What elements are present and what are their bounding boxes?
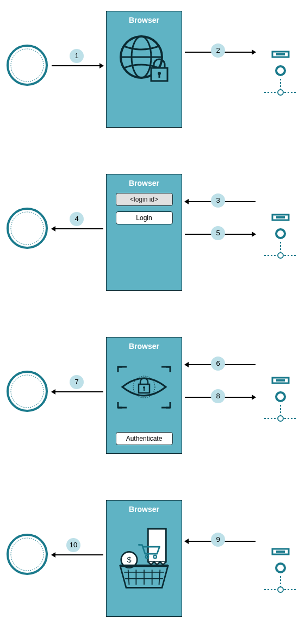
svg-point-41	[146, 555, 149, 559]
user-icon	[5, 43, 49, 87]
svg-rect-31	[276, 379, 285, 382]
browser-panel-3: Browser Authenticate	[106, 337, 182, 454]
arrow-user-to-browser	[52, 65, 103, 66]
svg-point-56	[278, 587, 283, 592]
browser-panel-1: Browser	[106, 11, 182, 128]
globe-lock-icon	[114, 30, 174, 90]
browser-panel-2: Browser <login id> Login	[106, 174, 182, 291]
svg-point-24	[8, 372, 47, 411]
authenticate-button[interactable]: Authenticate	[116, 432, 173, 445]
svg-point-25	[11, 375, 43, 408]
svg-point-34	[278, 416, 283, 421]
step-badge-10: 10	[66, 538, 80, 552]
arrow-browser-to-user	[52, 228, 103, 229]
step-badge-4: 4	[70, 212, 84, 226]
arrow-browser-to-user	[52, 391, 103, 392]
browser-title: Browser	[107, 179, 182, 187]
arrow-browser-to-user	[52, 554, 103, 555]
browser-title: Browser	[107, 16, 182, 24]
svg-point-38	[11, 538, 43, 571]
step-badge-3: 3	[211, 193, 225, 208]
browser-title: Browser	[107, 342, 182, 351]
browser-title: Browser	[107, 505, 182, 514]
svg-point-32	[276, 392, 285, 401]
eye-lock-icon	[114, 356, 174, 427]
svg-point-0	[8, 46, 47, 85]
shopping-basket-icon: $	[114, 519, 174, 601]
step-badge-1: 1	[70, 49, 84, 63]
step-badge-7: 7	[70, 375, 84, 389]
svg-text:$: $	[127, 556, 131, 565]
user-icon	[5, 533, 49, 576]
step-badge-9: 9	[211, 533, 225, 547]
svg-point-10	[276, 66, 285, 75]
browser-panel-4: Browser $	[106, 500, 182, 617]
svg-point-37	[8, 535, 47, 574]
svg-point-15	[8, 209, 47, 248]
svg-point-19	[276, 229, 285, 238]
svg-rect-53	[276, 551, 285, 553]
login-button[interactable]: Login	[116, 211, 173, 224]
svg-point-54	[276, 564, 285, 572]
user-icon	[5, 207, 49, 250]
step-badge-5: 5	[211, 226, 225, 240]
svg-point-12	[278, 90, 283, 95]
svg-point-16	[11, 212, 43, 245]
svg-point-21	[278, 253, 283, 258]
svg-rect-9	[276, 53, 285, 55]
server-icon	[262, 212, 300, 272]
server-icon	[262, 49, 300, 109]
server-icon	[262, 375, 300, 435]
svg-rect-18	[276, 216, 285, 218]
step-badge-2: 2	[211, 43, 225, 58]
login-id-input[interactable]: <login id>	[116, 193, 173, 206]
server-icon	[262, 546, 300, 606]
user-icon	[5, 370, 49, 413]
step-badge-8: 8	[211, 389, 225, 403]
step-badge-6: 6	[211, 357, 225, 371]
svg-point-1	[11, 49, 43, 82]
